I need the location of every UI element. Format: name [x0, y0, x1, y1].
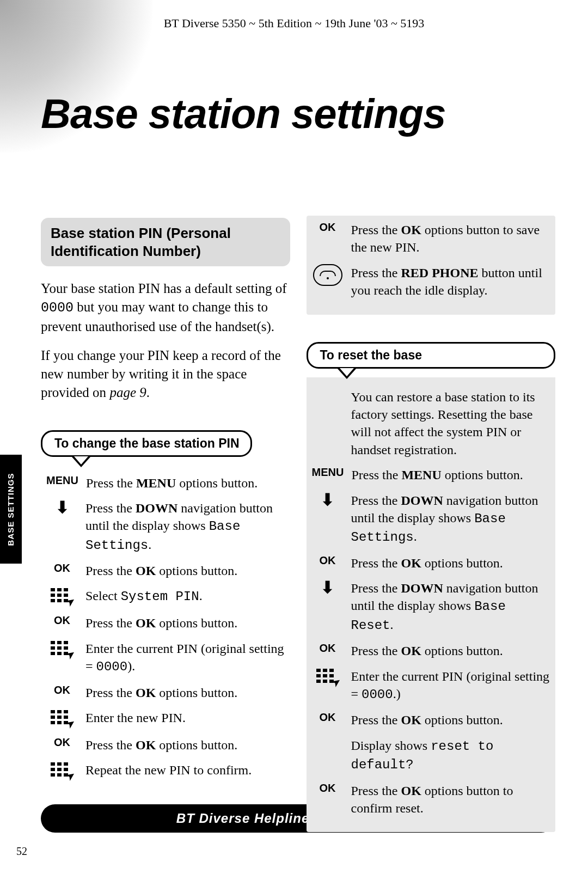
- keypad-icon: ➤: [46, 761, 78, 781]
- ok-label-icon: OK: [46, 614, 78, 627]
- step-row: MENUPress the MENU options button.: [46, 474, 285, 492]
- step-row: OKPress the OK options button.: [312, 642, 550, 659]
- down-arrow-icon: ⬇: [312, 579, 344, 596]
- step-row: ➤Enter the new PIN.: [46, 709, 285, 729]
- ok-label-icon: OK: [312, 554, 344, 567]
- step-text: Press the OK options button.: [85, 684, 285, 701]
- side-tab-label: BASE SETTINGS: [7, 473, 16, 546]
- step-text: Select System PIN.: [85, 587, 285, 606]
- ok-label-icon: OK: [46, 562, 78, 574]
- page-number: 52: [16, 845, 27, 858]
- step-text: Press the OK options button.: [351, 554, 550, 572]
- side-tab: BASE SETTINGS: [0, 455, 22, 564]
- step-row: ⬇Press the DOWN navigation button until …: [312, 579, 550, 634]
- step-text: Enter the current PIN (original setting …: [351, 668, 550, 704]
- intro-paragraph-2: If you change your PIN keep a record of …: [41, 346, 290, 401]
- step-row: ⬇Press the DOWN navigation button until …: [46, 499, 285, 554]
- step-row: OKPress the OK options button.: [312, 711, 550, 729]
- step-row: ➤Repeat the new PIN to confirm.: [46, 761, 285, 781]
- reset-intro-text: You can restore a base station to its fa…: [351, 388, 550, 459]
- step-text: Press the OK options button to save the …: [351, 221, 550, 256]
- step-text: Press the OK options button.: [351, 642, 550, 659]
- step-row: ⬇Press the DOWN navigation button until …: [312, 492, 550, 547]
- steps-reset-base: You can restore a base station to its fa…: [307, 377, 556, 833]
- step-text: Press the OK options button.: [85, 562, 285, 579]
- keypad-icon: ➤: [312, 668, 344, 687]
- step-text: Press the OK options button.: [85, 736, 285, 754]
- ok-label-icon: OK: [312, 642, 344, 655]
- step-text: Press the OK options button.: [351, 711, 550, 729]
- step-text: Repeat the new PIN to confirm.: [85, 761, 285, 779]
- step-row: OKPress the OK options button to confirm…: [312, 782, 550, 817]
- keypad-icon: ➤: [46, 587, 78, 607]
- step-text: Press the OK options button to confirm r…: [351, 782, 550, 817]
- step-text: Enter the new PIN.: [85, 709, 285, 726]
- callout-pointer-icon: [337, 368, 357, 379]
- step-text: Press the DOWN navigation button until t…: [351, 579, 550, 634]
- page-title: Base station settings: [41, 90, 445, 137]
- callout-change-pin: To change the base station PIN: [41, 430, 252, 457]
- step-row: OKPress the OK options button.: [46, 736, 285, 754]
- steps-continued: OKPress the OK options button to save th…: [307, 216, 556, 315]
- step-row: OKPress the OK options button.: [312, 554, 550, 572]
- step-row: MENUPress the MENU options button.: [312, 466, 550, 484]
- step-row: OKPress the OK options button.: [46, 562, 285, 579]
- step-row: Press the RED PHONE button until you rea…: [312, 264, 550, 300]
- ok-label-icon: OK: [312, 782, 344, 794]
- keypad-icon: ➤: [46, 640, 78, 659]
- step-row: ➤Select System PIN.: [46, 587, 285, 607]
- keypad-icon: ➤: [46, 709, 78, 729]
- step-text: Press the RED PHONE button until you rea…: [351, 264, 550, 300]
- left-column: Base station PIN (Personal Identificatio…: [41, 218, 290, 832]
- right-column: OKPress the OK options button to save th…: [307, 218, 556, 832]
- down-arrow-icon: ⬇: [312, 492, 344, 508]
- section-heading-pin: Base station PIN (Personal Identificatio…: [41, 218, 290, 266]
- step-text: Press the MENU options button.: [351, 466, 550, 484]
- steps-change-pin: MENUPress the MENU options button.⬇Press…: [41, 466, 290, 797]
- callout-pointer-icon: [71, 456, 91, 467]
- step-row: ➤Enter the current PIN (original setting…: [312, 668, 550, 704]
- callout-reset-base: To reset the base: [307, 342, 556, 369]
- ok-label-icon: OK: [312, 711, 344, 724]
- step-text: Press the OK options button.: [85, 614, 285, 632]
- step-row: OKPress the OK options button.: [46, 614, 285, 632]
- ok-label-icon: OK: [46, 736, 78, 749]
- step-text: Press the DOWN navigation button until t…: [85, 499, 285, 554]
- phone-button-icon: [312, 264, 344, 286]
- step-text: Press the MENU options button.: [86, 474, 285, 492]
- down-arrow-icon: ⬇: [46, 499, 78, 516]
- page-header: BT Diverse 5350 ~ 5th Edition ~ 19th Jun…: [0, 16, 588, 30]
- step-row: Display shows reset to default?: [312, 737, 550, 774]
- step-text: Press the DOWN navigation button until t…: [351, 492, 550, 547]
- ok-label-icon: OK: [46, 684, 78, 696]
- step-row: ➤Enter the current PIN (original setting…: [46, 640, 285, 676]
- step-row: OKPress the OK options button to save th…: [312, 221, 550, 256]
- menu-label-icon: MENU: [312, 466, 344, 479]
- step-text: Display shows reset to default?: [351, 737, 550, 774]
- step-text: Enter the current PIN (original setting …: [85, 640, 285, 676]
- intro-paragraph-1: Your base station PIN has a default sett…: [41, 279, 290, 335]
- step-row: OKPress the OK options button.: [46, 684, 285, 701]
- menu-label-icon: MENU: [46, 474, 78, 487]
- ok-label-icon: OK: [312, 221, 344, 234]
